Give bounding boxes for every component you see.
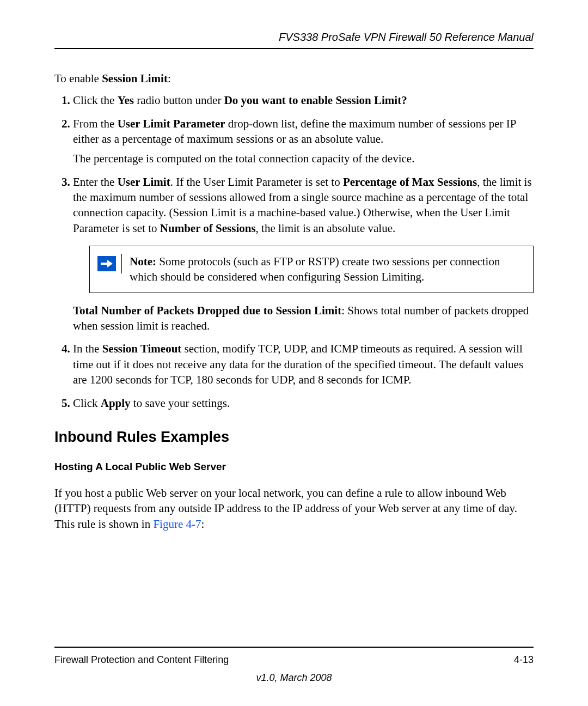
s5-t1: Click: [73, 397, 101, 410]
s1-t2: radio button under: [134, 94, 224, 107]
s3-t4: , the limit is an absolute value.: [256, 222, 396, 235]
footer: Firewall Protection and Content Filterin…: [54, 647, 534, 684]
subsection-heading: Hosting A Local Public Web Server: [54, 460, 534, 474]
footer-right: 4-13: [514, 653, 534, 666]
intro-line: To enable Session Limit:: [54, 71, 534, 86]
intro-bold: Session Limit: [102, 72, 168, 85]
step-3: Enter the User Limit. If the User Limit …: [73, 174, 534, 334]
page-header-title: FVS338 ProSafe VPN Firewall 50 Reference…: [54, 30, 534, 45]
s3-b2: Percentage of Max Sessions: [343, 175, 477, 188]
s4-t1: In the: [73, 342, 102, 355]
note-label: Note:: [130, 255, 156, 268]
step-5: Click Apply to save your settings.: [73, 395, 534, 411]
s5-t2: to save your settings.: [131, 397, 230, 410]
s5-b1: Apply: [101, 397, 131, 410]
section-body-t2: :: [201, 518, 205, 531]
s3-b3: Number of Sessions: [160, 222, 256, 235]
note-body: Some protocols (such as FTP or RSTP) cre…: [130, 255, 500, 283]
s1-b2: Do you want to enable Session Limit?: [224, 94, 407, 107]
s3-b1: User Limit: [118, 175, 170, 188]
s4-b1: Session Timeout: [102, 342, 182, 355]
section-body: If you host a public Web server on your …: [54, 485, 534, 532]
note-icon-cell: [96, 254, 122, 273]
figure-link[interactable]: Figure 4-7: [153, 518, 201, 531]
step-1: Click the Yes radio button under Do you …: [73, 93, 534, 108]
arrow-right-icon: [97, 256, 116, 271]
section-body-t1: If you host a public Web server on your …: [54, 486, 517, 531]
s1-t1: Click the: [73, 94, 118, 107]
s1-b1: Yes: [118, 94, 134, 107]
step-4: In the Session Timeout section, modify T…: [73, 341, 534, 387]
footer-rule: [54, 647, 534, 648]
intro-suffix: :: [168, 72, 171, 85]
note-text: Note: Some protocols (such as FTP or RST…: [130, 254, 524, 285]
section-heading: Inbound Rules Examples: [54, 427, 534, 447]
s3-t2: . If the User Limit Parameter is set to: [170, 175, 343, 188]
header-rule: [54, 48, 534, 49]
s2-b1: User Limit Parameter: [118, 117, 225, 130]
packets-paragraph: Total Number of Packets Dropped due to S…: [73, 303, 534, 334]
step-2: From the User Limit Parameter drop-down …: [73, 116, 534, 167]
s2-p2: The percentage is computed on the total …: [73, 151, 534, 166]
intro-prefix: To enable: [54, 72, 102, 85]
footer-center: v1.0, March 2008: [54, 671, 534, 684]
s2-t1: From the: [73, 117, 118, 130]
footer-left: Firewall Protection and Content Filterin…: [54, 653, 229, 666]
footer-row: Firewall Protection and Content Filterin…: [54, 653, 534, 666]
s3-t1: Enter the: [73, 175, 118, 188]
note-box: Note: Some protocols (such as FTP or RST…: [89, 246, 534, 293]
steps-list: Click the Yes radio button under Do you …: [54, 93, 534, 411]
page: FVS338 ProSafe VPN Firewall 50 Reference…: [0, 0, 588, 706]
packets-b1: Total Number of Packets Dropped due to S…: [73, 304, 341, 317]
